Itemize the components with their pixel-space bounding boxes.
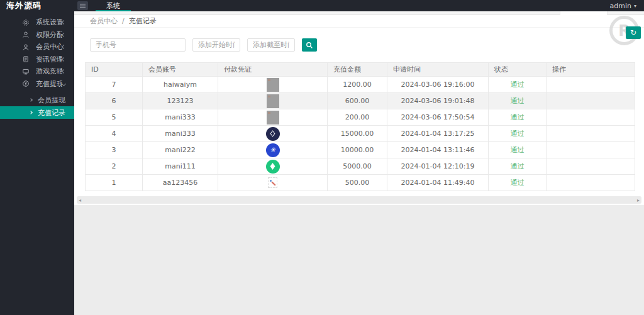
cell-action	[547, 142, 635, 158]
table-header-row: ID 会员账号 付款凭证 充值金额 申请时间 状态 操作	[86, 63, 635, 77]
sidebar-subitem-label: 会员提现	[38, 96, 65, 105]
cell-id: 7	[86, 77, 143, 93]
cell-account: 123123	[143, 93, 218, 109]
chevron-right-icon	[29, 111, 33, 114]
refresh-button[interactable]: ↻	[626, 26, 641, 39]
cell-time: 2024-01-04 13:17:25	[387, 126, 489, 142]
status-pass-link[interactable]: 通过	[511, 113, 525, 121]
table-row: 2 mani111 5000.00 2024-01-04 12:10:19 通过	[86, 158, 635, 175]
sidebar-item-label: 游戏竞猜	[36, 67, 62, 76]
column-header-time: 申请时间	[387, 63, 489, 77]
status-pass-link[interactable]: 通过	[511, 146, 525, 154]
cell-account: mani333	[143, 126, 218, 142]
sidebar-subitem-label: 充值记录	[38, 108, 65, 118]
cell-account: aa123456	[143, 175, 218, 191]
voucher-eth-green[interactable]	[266, 160, 280, 174]
breadcrumb-section[interactable]: 会员中心	[90, 16, 118, 26]
cell-voucher	[218, 109, 328, 126]
table-row: 5 mani333 200.00 2024-03-06 17:50:54 通过	[86, 109, 635, 126]
sidebar-item-member-withdraw[interactable]: 会员提现	[0, 94, 74, 106]
cell-status: 通过	[489, 142, 547, 158]
column-header-id: ID	[86, 63, 143, 77]
app-logo: 海外源码	[0, 0, 74, 11]
breadcrumb-current: 充值记录	[129, 16, 157, 26]
cell-id: 6	[86, 93, 143, 109]
breadcrumb: 会员中心 / 充值记录	[74, 15, 644, 28]
sidebar-submenu: 会员提现 充值记录	[0, 94, 74, 119]
status-pass-link[interactable]: 通过	[511, 179, 525, 187]
cell-voucher	[218, 175, 328, 191]
cell-action	[547, 77, 635, 93]
cell-action	[547, 109, 635, 126]
cell-voucher	[218, 77, 328, 93]
sidebar-item-label: 会员中心	[36, 42, 62, 52]
start-time-input[interactable]	[192, 38, 240, 52]
status-pass-link[interactable]: 通过	[511, 130, 525, 138]
cell-time: 2024-03-06 17:50:54	[387, 109, 489, 126]
status-pass-link[interactable]: 通过	[511, 162, 525, 170]
voucher-gray-image[interactable]	[267, 78, 279, 92]
cell-id: 5	[86, 109, 143, 126]
user-icon	[22, 31, 30, 38]
cell-account: mani222	[143, 142, 218, 158]
voucher-coin-blue[interactable]	[266, 143, 280, 157]
column-header-voucher: 付款凭证	[218, 63, 328, 77]
chevron-right-icon	[29, 98, 33, 102]
phone-input[interactable]	[90, 38, 186, 52]
table-row: 1 aa123456 500.00 2024-01-04 11:49:40 通过	[86, 175, 635, 191]
cell-voucher	[218, 142, 328, 158]
voucher-gray-image[interactable]	[267, 94, 279, 108]
cell-id: 2	[86, 158, 143, 175]
top-bar: 海外源码 系统 admin ▾	[0, 0, 644, 11]
sidebar-item-game-guess[interactable]: 游戏竞猜	[0, 65, 74, 78]
monitor-icon	[22, 68, 30, 75]
cell-action	[547, 175, 635, 191]
cell-amount: 10000.00	[328, 142, 387, 158]
cell-status: 通过	[489, 158, 547, 175]
user-icon	[22, 43, 30, 51]
voucher-broken-image[interactable]	[268, 177, 277, 188]
voucher-eth-dark[interactable]	[266, 127, 280, 141]
username: admin	[610, 2, 631, 10]
search-bar	[74, 28, 644, 52]
scroll-left-icon[interactable]: ◂	[79, 197, 81, 203]
sidebar-item-member-center[interactable]: 会员中心	[0, 41, 74, 53]
status-pass-link[interactable]: 通过	[511, 80, 525, 89]
sidebar-item-recharge-withdraw[interactable]: 充值提现	[0, 78, 74, 91]
document-icon	[22, 55, 30, 63]
cell-action	[547, 126, 635, 142]
voucher-gray-image[interactable]	[267, 111, 279, 124]
sidebar-item-news-management[interactable]: 资讯管理	[0, 53, 74, 66]
end-time-input[interactable]	[247, 38, 295, 52]
collapse-menu-icon[interactable]	[77, 1, 88, 10]
chevron-down-icon: ▾	[634, 3, 636, 9]
cell-voucher	[218, 93, 328, 109]
cell-time: 2024-01-04 11:49:40	[387, 175, 489, 191]
cell-amount: 600.00	[328, 93, 387, 109]
content-panel: ID 会员账号 付款凭证 充值金额 申请时间 状态 操作 7 haiwaiym …	[74, 28, 644, 205]
cell-action	[547, 93, 635, 109]
sidebar-item-permissions[interactable]: 权限分配	[0, 29, 74, 41]
table-row: 4 mani333 15000.00 2024-01-04 13:17:25 通…	[86, 126, 635, 142]
horizontal-scrollbar[interactable]: ◂ ▸	[77, 196, 641, 204]
scroll-right-icon[interactable]: ▸	[637, 197, 640, 203]
sidebar-item-system-settings[interactable]: 系统设置	[0, 16, 74, 29]
cell-account: mani333	[143, 109, 218, 126]
sidebar-item-label: 充值提现	[36, 79, 62, 89]
cell-status: 通过	[489, 77, 547, 93]
column-header-account: 会员账号	[143, 63, 218, 77]
sidebar-item-label: 权限分配	[36, 30, 62, 40]
search-button[interactable]	[302, 38, 317, 52]
status-pass-link[interactable]: 通过	[511, 97, 525, 105]
sidebar-item-recharge-records[interactable]: 充值记录	[0, 106, 74, 119]
chevron-left-icon	[62, 33, 66, 37]
cell-time: 2024-03-06 19:01:48	[387, 93, 489, 109]
topnav-item-system[interactable]: 系统	[96, 0, 131, 11]
column-header-action: 操作	[547, 63, 635, 77]
gear-icon	[22, 19, 30, 26]
table-row: 6 123123 600.00 2024-03-06 19:01:48 通过	[86, 93, 635, 109]
chevron-left-icon	[62, 57, 66, 62]
user-menu[interactable]: admin ▾	[610, 2, 644, 10]
cell-amount: 1200.00	[328, 77, 387, 93]
cell-id: 1	[86, 175, 143, 191]
